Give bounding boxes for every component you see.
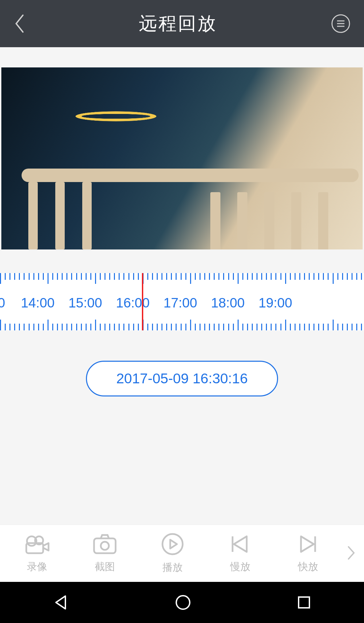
svg-point-8	[101, 542, 109, 550]
slow-button[interactable]: 慢放	[206, 533, 274, 574]
play-icon	[161, 532, 184, 556]
fast-icon	[297, 533, 319, 555]
back-button[interactable]	[13, 14, 25, 33]
timeline-label: 18:00	[211, 295, 245, 310]
menu-button[interactable]	[331, 14, 351, 33]
page-title: 远程回放	[139, 11, 217, 36]
video-area	[0, 47, 364, 249]
fast-button[interactable]: 快放	[274, 533, 342, 574]
more-controls-button[interactable]	[342, 545, 361, 562]
bottom-toolbar: 录像 截图 播放 慢放 快放	[0, 525, 364, 582]
datetime-text: 2017-05-09 16:30:16	[116, 370, 248, 387]
timeline-label: 19:00	[259, 295, 292, 310]
system-navbar	[0, 582, 364, 623]
header: 远程回放	[0, 0, 364, 47]
svg-rect-7	[94, 538, 116, 553]
timeline-label: 15:00	[68, 295, 102, 310]
timeline-label: 14:00	[21, 295, 55, 310]
datetime-display[interactable]: 2017-05-09 16:30:16	[86, 361, 278, 396]
play-button[interactable]: 播放	[139, 532, 207, 574]
slow-icon	[229, 533, 251, 555]
timeline-label: 16:00	[116, 295, 150, 310]
svg-point-9	[162, 534, 183, 554]
timeline-label: 0	[0, 295, 5, 310]
camera-icon	[92, 533, 118, 555]
nav-back-button[interactable]	[52, 593, 70, 612]
screenshot-label: 截图	[95, 560, 115, 574]
slow-label: 慢放	[230, 560, 250, 574]
nav-home-button[interactable]	[174, 593, 192, 612]
svg-point-12	[176, 596, 190, 609]
timeline[interactable]: 014:0015:0016:0017:0018:0019:00	[0, 273, 364, 330]
fast-label: 快放	[298, 560, 318, 574]
chevron-right-icon	[347, 545, 355, 562]
timeline-cursor[interactable]	[142, 273, 143, 330]
video-frame[interactable]	[1, 67, 363, 249]
svg-rect-13	[299, 597, 309, 608]
play-label: 播放	[162, 561, 183, 574]
record-label: 录像	[27, 560, 47, 574]
nav-recents-button[interactable]	[296, 594, 312, 611]
record-icon	[24, 533, 50, 555]
timeline-label: 17:00	[163, 295, 197, 310]
screenshot-button[interactable]: 截图	[71, 533, 139, 574]
record-button[interactable]: 录像	[3, 533, 71, 574]
